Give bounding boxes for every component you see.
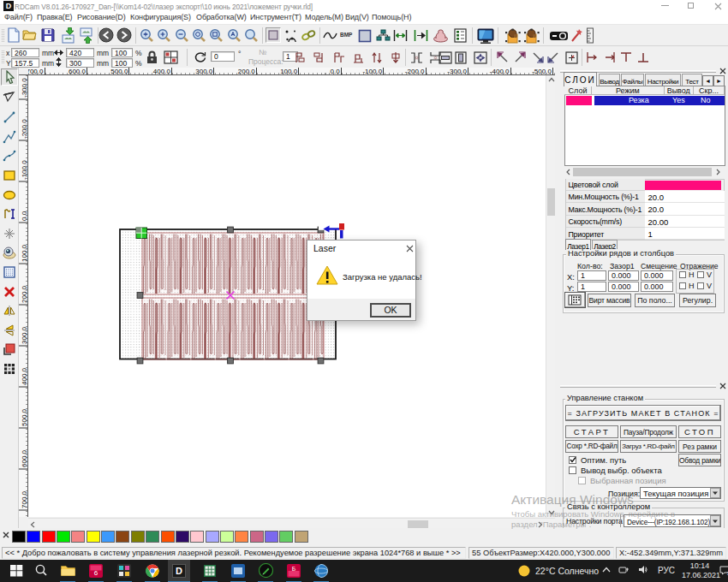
svg-text:-200.0: -200.0	[21, 119, 28, 139]
svg-text:100.0: 100.0	[21, 244, 28, 262]
svg-text:200.0: 200.0	[21, 285, 28, 303]
svg-text:400.0: 400.0	[21, 367, 28, 385]
svg-text:6: 6	[94, 569, 98, 577]
svg-text:300.0: 300.0	[21, 326, 28, 344]
svg-text:Б: Б	[292, 566, 296, 572]
svg-text:500.0: 500.0	[21, 408, 28, 426]
svg-text:-300.0: -300.0	[21, 78, 28, 98]
svg-text:600.0: 600.0	[21, 449, 28, 467]
svg-text:-100.0: -100.0	[21, 160, 28, 180]
svg-text:700.0: 700.0	[21, 490, 28, 508]
svg-text:0.0: 0.0	[21, 211, 28, 221]
